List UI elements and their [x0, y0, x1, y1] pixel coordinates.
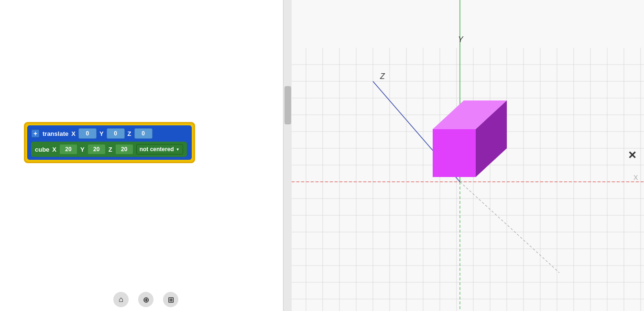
translate-y-input[interactable]: 0 [107, 128, 125, 139]
grid-icon[interactable]: ⊞ [163, 292, 178, 307]
cube-label: cube [35, 146, 49, 153]
translate-row: + translate X 0 Y 0 Z 0 [31, 128, 187, 139]
svg-marker-45 [433, 129, 476, 177]
viewport-panel: Y Z X ✕ [292, 0, 644, 311]
viewport-grid: Y Z X [292, 0, 644, 311]
cube-x-label: X [52, 146, 56, 153]
y-input-group: 0 [107, 128, 125, 139]
cube-x-input[interactable]: 20 [59, 144, 77, 155]
bottom-toolbar: ⌂ ⊕ ⊞ [113, 292, 178, 307]
block-workspace-panel: + translate X 0 Y 0 Z 0 [0, 0, 292, 311]
x-axis-label: X [71, 130, 76, 137]
translate-x-input[interactable]: 0 [78, 128, 97, 139]
close-button[interactable]: ✕ [628, 149, 636, 162]
translate-z-input[interactable]: 0 [134, 128, 153, 139]
home-icon[interactable]: ⌂ [113, 292, 129, 307]
cube-block: cube X 20 Y 20 Z 20 not centered [31, 142, 187, 157]
translate-block: + translate X 0 Y 0 Z 0 [24, 122, 195, 163]
y-axis-label: Y [99, 130, 104, 137]
centered-label: not centered [140, 146, 174, 153]
cube-z-label: Z [109, 146, 112, 153]
scrollbar[interactable] [283, 0, 292, 311]
cube-z-input[interactable]: 20 [115, 144, 133, 155]
svg-text:X: X [633, 174, 638, 181]
expand-button[interactable]: + [31, 129, 40, 138]
z-input-group: 0 [134, 128, 153, 139]
translate-inner: + translate X 0 Y 0 Z 0 [27, 125, 192, 160]
x-input-group: 0 [78, 128, 97, 139]
cube-y-group: 20 [87, 144, 106, 155]
translate-label: translate [43, 130, 68, 137]
dropdown-arrow-icon: ▼ [176, 147, 180, 152]
centered-dropdown[interactable]: not centered ▼ [136, 144, 183, 155]
z-axis-label: Z [128, 130, 131, 137]
svg-text:Y: Y [458, 35, 464, 44]
svg-text:Z: Z [380, 72, 385, 80]
cube-z-group: 20 [115, 144, 133, 155]
cube-y-input[interactable]: 20 [87, 144, 106, 155]
block-editor: + translate X 0 Y 0 Z 0 [24, 122, 195, 163]
cube-y-label: Y [80, 146, 85, 153]
zoom-icon[interactable]: ⊕ [138, 292, 153, 307]
cube-x-group: 20 [59, 144, 77, 155]
scrollbar-thumb[interactable] [284, 86, 291, 124]
